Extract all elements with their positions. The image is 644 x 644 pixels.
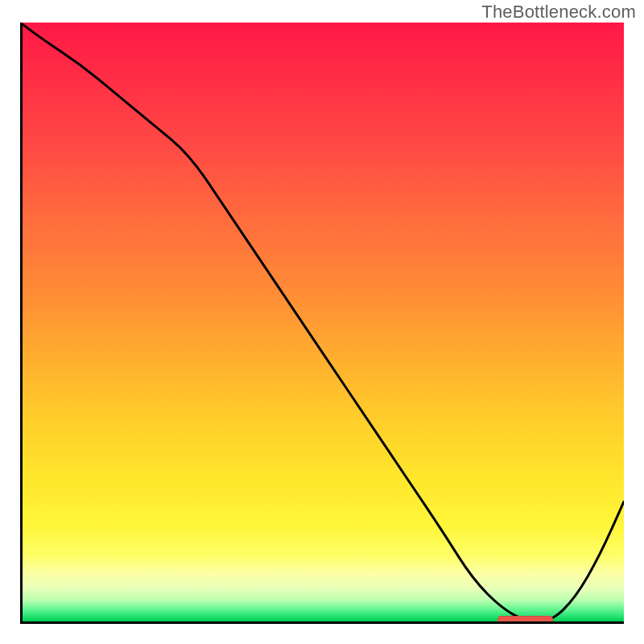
watermark-text: TheBottleneck.com <box>481 2 636 23</box>
y-axis <box>20 23 23 624</box>
curve-path <box>20 23 624 621</box>
chart-stage: TheBottleneck.com <box>0 0 644 644</box>
bottleneck-curve <box>20 23 624 621</box>
plot-area <box>20 23 624 621</box>
x-axis <box>20 621 624 624</box>
